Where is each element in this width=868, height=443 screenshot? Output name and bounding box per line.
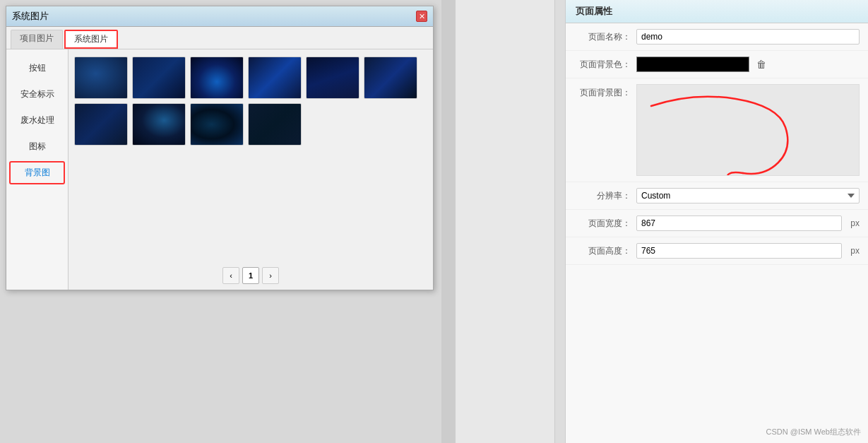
bg-image-row: 页面背景图： <box>566 78 868 182</box>
panel-header: 页面属性 <box>566 0 868 23</box>
sidebar-item-waste[interactable]: 废水处理 <box>6 107 68 134</box>
dialog-title: 系统图片 <box>12 10 49 23</box>
watermark: CSDN @ISM Web组态软件 <box>766 427 861 437</box>
image-thumb-1[interactable] <box>74 57 128 99</box>
resolution-select[interactable]: Custom 1920x1080 1280x720 1024x768 <box>636 188 860 203</box>
image-row-2 <box>74 103 427 146</box>
resolution-row: 分辨率： Custom 1920x1080 1280x720 1024x768 <box>566 182 868 210</box>
resolution-label: 分辨率： <box>574 190 631 202</box>
image-thumb-4[interactable] <box>248 57 302 99</box>
page-name-input[interactable] <box>636 29 860 45</box>
page-height-label: 页面高度： <box>574 245 631 257</box>
pagination-bar: ‹ 1 › <box>74 261 427 290</box>
page-width-row: 页面宽度： px <box>566 210 868 237</box>
sidebar-item-bg[interactable]: 背景图 <box>9 161 65 184</box>
next-page-button[interactable]: › <box>262 267 279 284</box>
image-thumb-10[interactable] <box>248 103 302 146</box>
dialog-tab-row: 项目图片 系统图片 <box>6 27 433 49</box>
prev-page-button[interactable]: ‹ <box>222 267 239 284</box>
page-height-row: 页面高度： px <box>566 237 868 265</box>
page-width-unit: px <box>850 218 860 228</box>
image-thumb-6[interactable] <box>364 57 417 99</box>
properties-panel: 页面属性 页面名称： 页面背景色： 🗑 页面背景图： <box>565 0 868 443</box>
image-thumb-5[interactable] <box>306 57 359 99</box>
color-swatch[interactable] <box>636 57 749 72</box>
sidebar-item-safety[interactable]: 安全标示 <box>6 81 68 107</box>
page-name-row: 页面名称： <box>566 23 868 51</box>
separator <box>441 0 456 443</box>
sidebar-item-button[interactable]: 按钮 <box>6 55 68 81</box>
tab-project[interactable]: 项目图片 <box>11 30 63 49</box>
image-thumb-7[interactable] <box>74 103 128 146</box>
center-blank <box>456 0 565 443</box>
bg-image-label: 页面背景图： <box>574 84 631 99</box>
bg-color-row: 页面背景色： 🗑 <box>566 51 868 78</box>
page-width-label: 页面宽度： <box>574 218 631 230</box>
sidebar-nav: 按钮 安全标示 废水处理 图标 背景图 <box>6 49 69 290</box>
delete-color-icon[interactable]: 🗑 <box>755 58 768 71</box>
image-thumb-3[interactable] <box>190 57 244 99</box>
page-width-input[interactable] <box>636 215 842 231</box>
tab-system[interactable]: 系统图片 <box>64 30 118 49</box>
page-height-unit: px <box>850 246 860 256</box>
image-thumb-2[interactable] <box>132 57 186 99</box>
image-row-1 <box>74 57 427 99</box>
current-page-button[interactable]: 1 <box>242 267 259 284</box>
page-name-label: 页面名称： <box>574 31 631 43</box>
image-thumb-9[interactable] <box>190 103 244 146</box>
bg-color-label: 页面背景色： <box>574 59 631 71</box>
dialog-titlebar: 系统图片 ✕ <box>6 6 433 27</box>
close-button[interactable]: ✕ <box>416 11 427 22</box>
image-thumb-8[interactable] <box>132 103 186 146</box>
sidebar-item-icon[interactable]: 图标 <box>6 134 68 160</box>
page-height-input[interactable] <box>636 243 842 259</box>
bg-image-preview[interactable] <box>636 84 860 176</box>
